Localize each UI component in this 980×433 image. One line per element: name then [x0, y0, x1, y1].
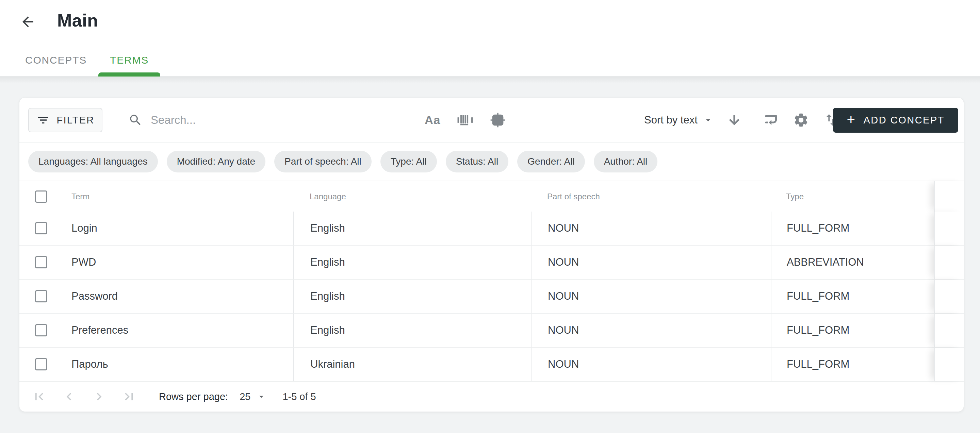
chip-modified[interactable]: Modified: Any date [167, 151, 266, 173]
chip-type[interactable]: Type: All [380, 151, 437, 173]
type-cell: FULL_FORM [787, 222, 850, 234]
table-row[interactable]: Password English NOUN FULL_FORM [19, 279, 964, 314]
tab-concepts[interactable]: CONCEPTS [14, 44, 98, 76]
search-input[interactable] [151, 110, 387, 130]
arrow-down-icon [727, 113, 741, 127]
pagination-bar: Rows per page: 25 1-5 of 5 [19, 382, 964, 412]
focus-area-button[interactable] [489, 111, 507, 129]
barcode-icon [457, 114, 473, 127]
language-cell: Ukrainian [310, 358, 355, 370]
gear-icon [793, 112, 809, 128]
table-header: Term Language Part of speech Type [19, 181, 964, 212]
type-cell: FULL_FORM [787, 324, 850, 336]
settings-button[interactable] [792, 111, 810, 129]
match-case-icon: Aa [425, 113, 441, 127]
part-of-speech-cell: NOUN [548, 290, 579, 302]
column-header-term: Term [72, 192, 89, 201]
type-cell: FULL_FORM [787, 358, 850, 370]
table-row[interactable]: PWD English NOUN ABBREVIATION [19, 246, 964, 279]
plus-icon: + [846, 113, 856, 127]
language-cell: English [310, 256, 345, 268]
chip-status[interactable]: Status: All [446, 151, 509, 173]
add-concept-label: ADD CONCEPT [863, 115, 945, 126]
term-cell: Preferences [72, 324, 128, 336]
pinned-cell [934, 314, 964, 347]
filter-button[interactable]: FILTER [28, 108, 102, 132]
term-cell: Пароль [72, 358, 108, 370]
tab-terms[interactable]: TERMS [98, 44, 160, 76]
part-of-speech-cell: NOUN [548, 222, 579, 234]
chip-author[interactable]: Author: All [594, 151, 658, 173]
previous-page-button[interactable] [61, 389, 77, 405]
page-title: Main [57, 10, 98, 31]
toolbar: FILTER Aa [19, 98, 964, 143]
search-icon [128, 113, 143, 127]
sort-caret-icon[interactable] [703, 115, 713, 125]
last-page-button[interactable] [121, 389, 137, 405]
sort-by-dropdown[interactable]: Sort by text [644, 114, 698, 126]
chip-gender[interactable]: Gender: All [517, 151, 585, 173]
term-cell: Login [72, 222, 97, 234]
active-tab-indicator [98, 73, 160, 76]
table-row[interactable]: Login English NOUN FULL_FORM [19, 212, 964, 246]
part-of-speech-cell: NOUN [548, 324, 579, 336]
chip-languages[interactable]: Languages: All languages [28, 151, 158, 173]
first-page-icon [32, 389, 47, 404]
search-bar [128, 108, 387, 132]
last-page-icon [121, 389, 137, 404]
pinned-cell [934, 279, 964, 313]
pagination-range: 1-5 of 5 [282, 391, 316, 402]
rows-per-page-label: Rows per page: [159, 391, 228, 402]
wrap-text-button[interactable] [762, 111, 780, 129]
pinned-cell [934, 212, 964, 245]
top-header: Main CONCEPTS TERMS [0, 0, 980, 76]
add-concept-button[interactable]: + ADD CONCEPT [833, 108, 958, 133]
chip-part-of-speech[interactable]: Part of speech: All [274, 151, 372, 173]
wrap-text-icon [763, 112, 779, 128]
column-header-part-of-speech: Part of speech [547, 192, 600, 201]
back-button[interactable] [19, 13, 37, 31]
row-checkbox[interactable] [35, 358, 47, 370]
row-checkbox[interactable] [35, 290, 47, 302]
part-of-speech-cell: NOUN [548, 256, 579, 268]
tab-terms-label: TERMS [110, 54, 149, 66]
sort-and-actions: Sort by text [644, 108, 840, 132]
pinned-cell [934, 246, 964, 279]
first-page-button[interactable] [31, 389, 47, 405]
header-divider-shadow [0, 77, 980, 83]
table-row[interactable]: Preferences English NOUN FULL_FORM [19, 314, 964, 347]
barcode-search-button[interactable] [456, 111, 474, 129]
filter-list-icon [37, 113, 50, 127]
type-cell: FULL_FORM [787, 290, 850, 302]
rows-per-page-caret-icon[interactable] [256, 392, 266, 401]
type-cell: ABBREVIATION [787, 256, 864, 268]
row-checkbox[interactable] [35, 256, 47, 268]
rows-per-page-select[interactable]: 25 [240, 391, 250, 402]
chevron-right-icon [92, 389, 107, 404]
tab-concepts-label: CONCEPTS [25, 54, 87, 66]
term-cell: Password [72, 290, 118, 302]
language-cell: English [310, 290, 345, 302]
row-checkbox[interactable] [35, 324, 47, 336]
focus-area-icon [489, 111, 506, 128]
next-page-button[interactable] [91, 389, 107, 405]
column-header-language: Language [310, 192, 346, 201]
part-of-speech-cell: NOUN [548, 358, 579, 370]
tab-bar: CONCEPTS TERMS [14, 44, 160, 76]
term-cell: PWD [72, 256, 96, 268]
row-checkbox[interactable] [35, 222, 47, 234]
select-all-checkbox[interactable] [35, 190, 47, 203]
table-row[interactable]: Пароль Ukrainian NOUN FULL_FORM [19, 347, 964, 382]
match-case-button[interactable]: Aa [424, 111, 441, 129]
language-cell: English [310, 324, 345, 336]
filter-button-label: FILTER [57, 115, 95, 126]
arrow-back-icon [20, 14, 36, 30]
sort-direction-button[interactable] [725, 111, 743, 129]
language-cell: English [310, 222, 345, 234]
terms-panel: FILTER Aa [19, 98, 964, 412]
filter-chips-row: Languages: All languages Modified: Any d… [19, 143, 964, 181]
pinned-column-header [934, 181, 964, 212]
pinned-cell [934, 347, 964, 381]
column-header-type: Type [786, 192, 804, 201]
chevron-left-icon [62, 389, 76, 404]
